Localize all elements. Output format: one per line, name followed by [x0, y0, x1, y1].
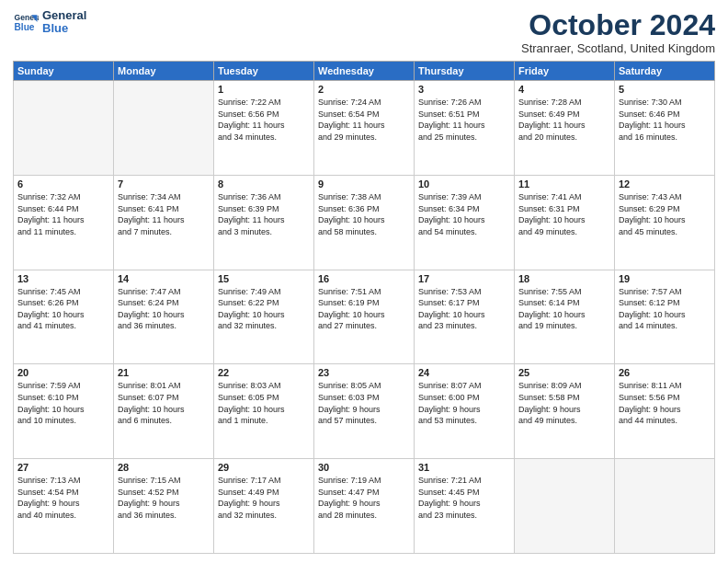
calendar-day-cell: 20Sunrise: 7:59 AM Sunset: 6:10 PM Dayli…: [14, 364, 114, 459]
calendar-day-cell: 22Sunrise: 8:03 AM Sunset: 6:05 PM Dayli…: [214, 364, 314, 459]
subtitle: Stranraer, Scotland, United Kingdom: [521, 41, 715, 55]
day-number: 12: [619, 178, 711, 190]
calendar-day-cell: [615, 459, 715, 554]
calendar-day-cell: 26Sunrise: 8:11 AM Sunset: 5:56 PM Dayli…: [615, 364, 715, 459]
calendar-day-cell: 6Sunrise: 7:32 AM Sunset: 6:44 PM Daylig…: [14, 175, 114, 270]
day-number: 28: [118, 462, 210, 473]
day-number: 15: [218, 273, 310, 284]
logo-icon: General Blue: [13, 9, 39, 35]
day-info: Sunrise: 7:13 AM Sunset: 4:54 PM Dayligh…: [17, 475, 109, 521]
day-number: 27: [17, 462, 109, 473]
day-number: 11: [518, 178, 610, 190]
calendar-day-cell: 28Sunrise: 7:15 AM Sunset: 4:52 PM Dayli…: [114, 459, 214, 554]
calendar-day-cell: 29Sunrise: 7:17 AM Sunset: 4:49 PM Dayli…: [214, 459, 314, 554]
calendar-header-sunday: Sunday: [14, 62, 114, 81]
calendar-day-cell: [114, 81, 214, 176]
logo-line1: General: [42, 9, 86, 22]
calendar-day-cell: 25Sunrise: 8:09 AM Sunset: 5:58 PM Dayli…: [515, 364, 615, 459]
day-number: 31: [418, 462, 510, 473]
day-info: Sunrise: 7:36 AM Sunset: 6:39 PM Dayligh…: [218, 191, 310, 237]
day-info: Sunrise: 8:07 AM Sunset: 6:00 PM Dayligh…: [418, 380, 510, 426]
calendar-header-saturday: Saturday: [615, 62, 715, 81]
calendar-day-cell: 3Sunrise: 7:26 AM Sunset: 6:51 PM Daylig…: [415, 81, 515, 176]
day-info: Sunrise: 7:49 AM Sunset: 6:22 PM Dayligh…: [218, 286, 310, 332]
header: General Blue General Blue October 2024 S…: [13, 9, 715, 55]
calendar-week-row: 13Sunrise: 7:45 AM Sunset: 6:26 PM Dayli…: [14, 270, 715, 364]
day-number: 4: [518, 84, 610, 95]
day-info: Sunrise: 7:38 AM Sunset: 6:36 PM Dayligh…: [318, 191, 410, 237]
calendar-week-row: 20Sunrise: 7:59 AM Sunset: 6:10 PM Dayli…: [14, 364, 715, 459]
calendar-header-tuesday: Tuesday: [214, 62, 314, 81]
day-number: 18: [518, 273, 610, 284]
day-number: 25: [518, 367, 610, 378]
day-info: Sunrise: 7:32 AM Sunset: 6:44 PM Dayligh…: [17, 191, 109, 237]
calendar-day-cell: 15Sunrise: 7:49 AM Sunset: 6:22 PM Dayli…: [214, 270, 314, 364]
day-info: Sunrise: 8:01 AM Sunset: 6:07 PM Dayligh…: [118, 380, 210, 426]
day-info: Sunrise: 7:39 AM Sunset: 6:34 PM Dayligh…: [418, 191, 510, 237]
calendar-day-cell: 2Sunrise: 7:24 AM Sunset: 6:54 PM Daylig…: [314, 81, 415, 176]
day-number: 9: [318, 178, 410, 190]
day-number: 8: [218, 178, 310, 190]
day-info: Sunrise: 7:15 AM Sunset: 4:52 PM Dayligh…: [118, 475, 210, 521]
calendar-header-thursday: Thursday: [415, 62, 515, 81]
calendar-day-cell: 30Sunrise: 7:19 AM Sunset: 4:47 PM Dayli…: [314, 459, 415, 554]
day-number: 23: [318, 367, 410, 378]
day-number: 7: [118, 178, 210, 190]
day-number: 3: [418, 84, 510, 95]
day-info: Sunrise: 7:57 AM Sunset: 6:12 PM Dayligh…: [619, 286, 711, 332]
day-info: Sunrise: 8:09 AM Sunset: 5:58 PM Dayligh…: [518, 380, 610, 426]
calendar-day-cell: 14Sunrise: 7:47 AM Sunset: 6:24 PM Dayli…: [114, 270, 214, 364]
day-number: 13: [17, 273, 109, 284]
day-info: Sunrise: 7:55 AM Sunset: 6:14 PM Dayligh…: [518, 286, 610, 332]
day-number: 16: [318, 273, 410, 284]
calendar-day-cell: 7Sunrise: 7:34 AM Sunset: 6:41 PM Daylig…: [114, 175, 214, 270]
day-info: Sunrise: 7:45 AM Sunset: 6:26 PM Dayligh…: [17, 286, 109, 332]
day-info: Sunrise: 7:53 AM Sunset: 6:17 PM Dayligh…: [418, 286, 510, 332]
day-info: Sunrise: 7:30 AM Sunset: 6:46 PM Dayligh…: [619, 97, 711, 143]
calendar-week-row: 6Sunrise: 7:32 AM Sunset: 6:44 PM Daylig…: [14, 175, 715, 270]
svg-text:Blue: Blue: [15, 23, 35, 33]
calendar-day-cell: 4Sunrise: 7:28 AM Sunset: 6:49 PM Daylig…: [515, 81, 615, 176]
day-number: 6: [17, 178, 109, 190]
day-info: Sunrise: 7:17 AM Sunset: 4:49 PM Dayligh…: [218, 475, 310, 521]
day-info: Sunrise: 7:24 AM Sunset: 6:54 PM Dayligh…: [318, 97, 410, 143]
calendar-day-cell: 24Sunrise: 8:07 AM Sunset: 6:00 PM Dayli…: [415, 364, 515, 459]
day-number: 24: [418, 367, 510, 378]
title-block: October 2024 Stranraer, Scotland, United…: [521, 9, 715, 55]
month-title: October 2024: [521, 9, 715, 41]
calendar-day-cell: 5Sunrise: 7:30 AM Sunset: 6:46 PM Daylig…: [615, 81, 715, 176]
day-info: Sunrise: 7:47 AM Sunset: 6:24 PM Dayligh…: [118, 286, 210, 332]
calendar-header-monday: Monday: [114, 62, 214, 81]
day-number: 21: [118, 367, 210, 378]
calendar-day-cell: 10Sunrise: 7:39 AM Sunset: 6:34 PM Dayli…: [415, 175, 515, 270]
calendar-day-cell: 1Sunrise: 7:22 AM Sunset: 6:56 PM Daylig…: [214, 81, 314, 176]
calendar-week-row: 27Sunrise: 7:13 AM Sunset: 4:54 PM Dayli…: [14, 459, 715, 554]
day-info: Sunrise: 7:51 AM Sunset: 6:19 PM Dayligh…: [318, 286, 410, 332]
day-info: Sunrise: 8:11 AM Sunset: 5:56 PM Dayligh…: [619, 380, 711, 426]
day-number: 19: [619, 273, 711, 284]
calendar-header-row: SundayMondayTuesdayWednesdayThursdayFrid…: [14, 62, 715, 81]
day-number: 26: [619, 367, 711, 378]
calendar-day-cell: 27Sunrise: 7:13 AM Sunset: 4:54 PM Dayli…: [14, 459, 114, 554]
day-number: 22: [218, 367, 310, 378]
calendar-day-cell: 31Sunrise: 7:21 AM Sunset: 4:45 PM Dayli…: [415, 459, 515, 554]
day-info: Sunrise: 7:28 AM Sunset: 6:49 PM Dayligh…: [518, 97, 610, 143]
day-number: 2: [318, 84, 410, 95]
calendar-day-cell: 16Sunrise: 7:51 AM Sunset: 6:19 PM Dayli…: [314, 270, 415, 364]
day-info: Sunrise: 7:26 AM Sunset: 6:51 PM Dayligh…: [418, 97, 510, 143]
calendar-day-cell: 19Sunrise: 7:57 AM Sunset: 6:12 PM Dayli…: [615, 270, 715, 364]
day-number: 30: [318, 462, 410, 473]
calendar-day-cell: 8Sunrise: 7:36 AM Sunset: 6:39 PM Daylig…: [214, 175, 314, 270]
day-info: Sunrise: 7:21 AM Sunset: 4:45 PM Dayligh…: [418, 475, 510, 521]
day-info: Sunrise: 7:59 AM Sunset: 6:10 PM Dayligh…: [17, 380, 109, 426]
day-info: Sunrise: 7:41 AM Sunset: 6:31 PM Dayligh…: [518, 191, 610, 237]
day-number: 5: [619, 84, 711, 95]
calendar-day-cell: 18Sunrise: 7:55 AM Sunset: 6:14 PM Dayli…: [515, 270, 615, 364]
calendar-day-cell: [515, 459, 615, 554]
calendar-week-row: 1Sunrise: 7:22 AM Sunset: 6:56 PM Daylig…: [14, 81, 715, 176]
logo: General Blue General Blue: [13, 9, 86, 36]
day-info: Sunrise: 8:03 AM Sunset: 6:05 PM Dayligh…: [218, 380, 310, 426]
day-info: Sunrise: 7:22 AM Sunset: 6:56 PM Dayligh…: [218, 97, 310, 143]
calendar-day-cell: 17Sunrise: 7:53 AM Sunset: 6:17 PM Dayli…: [415, 270, 515, 364]
calendar-day-cell: 13Sunrise: 7:45 AM Sunset: 6:26 PM Dayli…: [14, 270, 114, 364]
